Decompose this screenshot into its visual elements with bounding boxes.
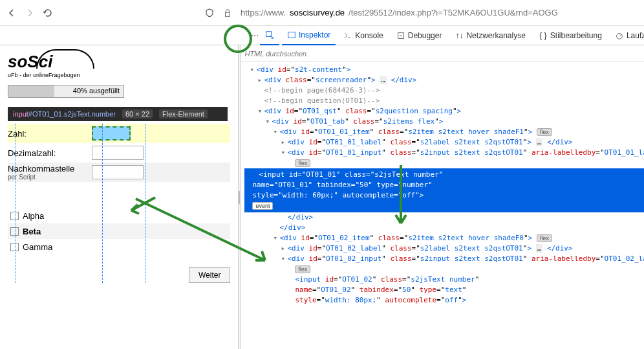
dom-node[interactable]: ▾<div id="OT01_01_input" class="s2input … <box>244 148 644 158</box>
tab-network[interactable]: ↑↓Netzwerkanalyse <box>449 26 530 45</box>
input-zahl[interactable] <box>92 126 131 141</box>
dom-node[interactable]: <input id="OT01_01" class="s2jsText numb… <box>244 168 644 212</box>
dom-node[interactable]: ▾<div id="OT01_01_item" class="s2item s2… <box>244 127 644 137</box>
form-row-zahl: Zahl: <box>8 124 230 143</box>
tab-inspector[interactable]: Inspektor <box>282 26 336 45</box>
dom-tree[interactable]: ▾<div id="s2t-content">▸<div class="scre… <box>241 62 644 349</box>
devtools-tabbar: ⋯ Inspektor Konsole Debugger ↑↓Netzwerka… <box>0 26 644 45</box>
dom-node[interactable]: ▸<div class="screenreader"> … </div> <box>244 75 644 85</box>
shield-icon[interactable] <box>204 8 215 18</box>
dom-node[interactable]: </div> <box>244 212 644 223</box>
url-path: /test295512/index.php?i=T52MKA6OU1GU&rnd… <box>349 8 558 17</box>
checkbox-group: Alpha Beta Gamma <box>8 208 230 254</box>
tab-performance[interactable]: Laufzeitanalyse <box>610 26 644 45</box>
url-domain: soscisurvey.de <box>290 8 345 17</box>
dom-search-bar: + <box>241 45 644 62</box>
progress-bar: 40% ausgefüllt <box>8 85 124 98</box>
dom-search-input[interactable] <box>244 50 637 58</box>
dom-node[interactable]: flex <box>244 264 644 275</box>
tab-styles[interactable]: { }Stilbearbeitung <box>533 26 607 45</box>
forward-icon[interactable] <box>25 8 35 18</box>
browser-toolbar: https://www.soscisurvey.de/test295512/in… <box>0 0 644 26</box>
dom-panel: + ▾<div id="s2t-content">▸<div class="sc… <box>241 45 644 349</box>
lock-icon[interactable] <box>222 8 233 18</box>
checkbox-icon <box>10 212 19 220</box>
check-gamma[interactable]: Gamma <box>8 239 230 254</box>
dom-node[interactable]: </div> <box>244 223 644 233</box>
reload-icon[interactable] <box>43 8 53 18</box>
dom-node[interactable]: <!--begin question(OT01)--> <box>244 96 644 106</box>
close-devtools-icon[interactable]: ⋯ <box>251 30 259 41</box>
guide-line <box>145 124 145 283</box>
tab-console[interactable]: Konsole <box>338 26 388 45</box>
progress-label: 40% ausgefüllt <box>73 87 120 95</box>
dom-node[interactable]: ▾<div id="OT01_02_input" class="s2input … <box>244 254 644 264</box>
progress-fill <box>8 85 54 97</box>
logo-subtitle: oFb - der onlineFragebogen <box>8 72 230 78</box>
label-nachkomma: Nachkommastelleper Script <box>8 164 92 181</box>
checkbox-icon <box>10 227 19 236</box>
dom-node[interactable]: ▾<div id="OT01_tab" class="s2items flex"… <box>244 117 644 127</box>
checkbox-icon <box>10 243 19 251</box>
guide-line <box>16 124 16 283</box>
form-row-dezimal: Dezimalzahl: <box>8 143 230 163</box>
dom-node[interactable]: ▸<div id="OT01_01_label" class="s2label … <box>244 137 644 148</box>
dom-node[interactable]: <input id="OT01_02" class="s2jsText numb… <box>244 275 644 285</box>
dom-node[interactable]: ▾<div id="OT01_qst" class="s2question sp… <box>244 106 644 117</box>
page-content: soSci oFb - der onlineFragebogen 40% aus… <box>0 45 238 349</box>
form-row-nachkomma: Nachkommastelleper Script <box>8 163 230 182</box>
element-picker-button[interactable] <box>260 26 279 45</box>
tooltip-dimensions: 60 × 22 <box>122 109 153 118</box>
logo-arc <box>36 49 94 69</box>
back-icon[interactable] <box>6 8 17 18</box>
dom-node[interactable]: <!--begin page(684426-3)--> <box>244 85 644 96</box>
dom-node[interactable]: style="width: 80px;" autocomplete="off"> <box>244 295 644 306</box>
dom-node[interactable]: name="OT01_02" tabindex="50" type="text" <box>244 285 644 295</box>
url-bar[interactable]: https://www.soscisurvey.de/test295512/in… <box>241 8 558 17</box>
tooltip-layout: Flex-Element <box>159 109 208 118</box>
check-alpha[interactable]: Alpha <box>8 208 230 223</box>
dom-node[interactable]: ▾<div id="s2t-content"> <box>244 65 644 75</box>
guide-line <box>102 124 103 283</box>
label-zahl: Zahl: <box>8 129 92 139</box>
label-dezimal: Dezimalzahl: <box>8 148 92 158</box>
element-hover-tooltip: input#OT01_01.s2jsText.number 60 × 22 Fl… <box>8 107 228 121</box>
svg-rect-2 <box>288 32 295 38</box>
input-dezimal[interactable] <box>92 146 144 160</box>
input-nachkomma[interactable] <box>92 165 144 179</box>
dom-node[interactable]: ▾<div id="OT01_02_item" class="s2item s2… <box>244 233 644 243</box>
dom-node[interactable]: flex <box>244 158 644 168</box>
svg-rect-0 <box>226 12 230 16</box>
next-button[interactable]: Weiter <box>189 267 230 283</box>
tab-debugger[interactable]: Debugger <box>391 26 447 45</box>
url-prefix: https://www. <box>241 8 286 17</box>
check-beta[interactable]: Beta <box>8 223 230 239</box>
dom-node[interactable]: ▸<div id="OT01_02_label" class="s2label … <box>244 243 644 254</box>
